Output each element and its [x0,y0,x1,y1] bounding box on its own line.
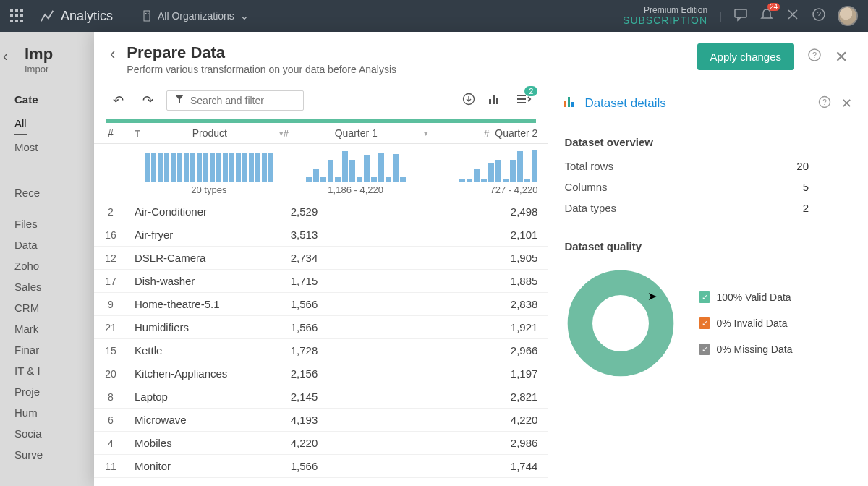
modal-close-icon[interactable]: ✕ [835,48,848,67]
apps-grid-icon[interactable] [10,9,23,22]
table-header-row: # T Product ▾ # Quarter 1 ▾ # Quarter 2 [94,123,548,144]
row-product: Kettle [127,344,284,357]
sidebar-item[interactable]: Most [14,137,94,158]
back-arrow-icon[interactable]: ‹ [3,48,8,64]
details-close-icon[interactable]: ✕ [841,95,852,111]
row-q1: 2,156 [284,367,428,380]
checkbox-icon: ✓ [699,344,710,355]
toolbar-chart-icon[interactable] [488,93,503,108]
row-index: 4 [94,438,127,449]
tools-icon[interactable] [786,7,800,24]
text-type-icon: T [135,128,140,139]
notification-badge: 24 [767,3,780,11]
redo-button[interactable]: ↷ [137,90,159,111]
q1-hist-label: 1,186 - 4,220 [328,184,383,195]
svg-rect-0 [144,11,150,21]
overview-heading: Dataset overview [564,136,852,148]
brand[interactable]: Analytics [39,8,113,24]
sidebar-item[interactable]: Sales [14,276,94,297]
search-input[interactable] [190,95,296,106]
table-row[interactable]: 9Home-theatre-5.11,5662,838 [94,293,548,316]
user-avatar[interactable] [838,6,858,26]
sidebar-item[interactable]: All [14,113,27,135]
row-index: 11 [94,461,127,472]
prepare-data-modal: ‹ Prepare Data Perform various transform… [94,32,868,486]
q2-histogram [459,150,537,182]
legend-item: ✓100% Valid Data [699,291,792,303]
row-q1: 1,566 [284,460,428,472]
overview-row: Data types2 [564,197,852,218]
table-row[interactable]: 21Humidifiers1,5661,921 [94,316,548,339]
sidebar-item[interactable]: CRM [14,297,94,318]
row-index: 12 [94,252,127,264]
subscription-label: SUBSCRIPTION [623,15,707,26]
legend-label: 0% Invalid Data [716,317,787,329]
details-title: Dataset details [584,96,665,111]
sidebar-item[interactable]: Rece [14,182,94,203]
table-row[interactable]: 11Monitor1,5661,744 [94,455,548,478]
apply-changes-button[interactable]: Apply changes [697,43,794,70]
sidebar-item[interactable]: Finar [14,339,94,360]
notification-bell-icon[interactable]: 24 [760,7,774,24]
row-q2: 2,838 [428,298,548,310]
row-q1: 2,734 [284,252,428,264]
row-product: DSLR-Camera [127,252,284,264]
sidebar-item[interactable]: Mark [14,318,94,339]
row-q2: 2,498 [428,205,548,218]
search-filter-box[interactable] [166,90,304,111]
row-q1: 2,529 [284,205,428,218]
q1-histogram [306,150,406,182]
table-row[interactable]: 15Kettle1,7282,966 [94,339,548,362]
org-selector[interactable]: All Organizations ⌄ [142,9,249,22]
col-q2-header[interactable]: # Quarter 2 [428,127,548,139]
row-index: 16 [94,229,127,241]
bg-section-head: Cate [14,93,94,106]
modal-help-icon[interactable]: ? [807,48,822,66]
sidebar-item[interactable]: Hum [14,402,94,423]
col-product-header[interactable]: T Product ▾ [127,127,284,139]
overview-value: 5 [803,181,852,193]
chat-icon[interactable] [733,7,748,24]
sidebar-item[interactable]: IT & I [14,360,94,381]
legend-label: 100% Valid Data [716,291,791,303]
sidebar-item[interactable]: Socia [14,423,94,444]
undo-button[interactable]: ↶ [107,90,129,111]
row-q1: 1,566 [284,321,428,333]
table-row[interactable]: 12DSLR-Camera2,7341,905 [94,247,548,270]
table-row[interactable]: 16Air-fryer3,5132,101 [94,223,548,247]
svg-rect-13 [568,97,570,107]
row-product: Laptop [127,391,284,403]
overview-label: Total rows [564,160,613,172]
toolbar-download-icon[interactable] [462,93,475,108]
col-q1-label: Quarter 1 [294,127,418,139]
row-index: 8 [94,391,127,403]
histogram-row: 20 types 1,186 - 4,220 727 - 4,220 [94,144,548,200]
sidebar-item[interactable]: Zoho [14,255,94,276]
progress-bar [106,119,536,123]
modal-back-button[interactable]: ‹ [110,45,115,64]
table-row[interactable]: 20Kitchen-Appliances2,1561,197 [94,362,548,385]
sidebar-item[interactable]: Surve [14,444,94,465]
help-icon[interactable]: ? [812,7,826,24]
sidebar-item[interactable]: Data [14,234,94,255]
table-row[interactable]: 17Dish-washer1,7151,885 [94,270,548,293]
col-index-header[interactable]: # [94,127,127,139]
col-q1-header[interactable]: # Quarter 1 ▾ [284,127,428,139]
svg-rect-11 [496,98,498,104]
row-q2: 4,220 [428,414,548,426]
row-product: Mobiles [127,437,284,449]
toolbar-list-icon[interactable]: 2 [516,93,532,108]
table-row[interactable]: 6Microwave4,1934,220 [94,409,548,432]
details-help-icon[interactable]: ? [818,95,831,111]
table-row[interactable]: 8Laptop2,1452,821 [94,385,548,409]
bar-chart-icon [564,96,577,111]
table-row[interactable]: 4Mobiles4,2202,986 [94,432,548,455]
row-q2: 1,921 [428,321,548,333]
sidebar-item[interactable]: Proje [14,381,94,402]
subscription-edition: Premium Edition [623,6,707,15]
sidebar-item[interactable]: Files [14,213,94,234]
table-row[interactable]: 2Air-Conditioner2,5292,498 [94,200,548,223]
dataset-details-pane: Dataset details ? ✕ Dataset overview Tot… [548,85,868,486]
svg-point-17 [580,283,661,364]
subscription-info[interactable]: Premium Edition SUBSCRIPTION [623,6,707,27]
